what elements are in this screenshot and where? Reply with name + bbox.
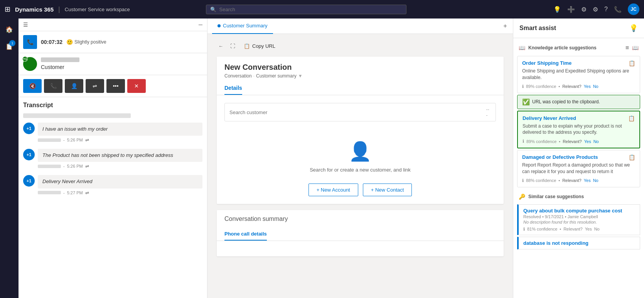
article-title-text-1[interactable]: Order Shipping Time — [522, 60, 572, 66]
article-desc-3: Report Report Report a damaged product s… — [522, 162, 635, 175]
sidebar-item-home[interactable]: 🏠 — [2, 22, 17, 37]
tab-add-button[interactable]: ＋ — [502, 22, 508, 30]
global-search-bar[interactable]: 🔍 — [206, 5, 406, 14]
new-conversation-title: New Conversation — [224, 63, 496, 72]
phone-icon[interactable]: 📞 — [614, 6, 622, 13]
more-button[interactable]: ••• — [106, 79, 125, 93]
translate-icon-2[interactable]: ⇌ — [85, 163, 89, 169]
article-card-1: Order Shipping Time 📋 Online Shipping an… — [517, 56, 640, 93]
sidebar-collapse-button[interactable]: ☰ — [23, 22, 28, 28]
info-icon-3: ℹ — [522, 178, 524, 183]
article-title-1: Order Shipping Time 📋 — [522, 60, 635, 66]
filter-icon[interactable]: ⚙ — [581, 6, 587, 13]
customer-info-row: +1 Customer — [19, 53, 207, 75]
user-avatar[interactable]: JC — [628, 3, 639, 15]
article-copy-btn-2[interactable]: 📋 — [628, 115, 635, 121]
bulb-icon[interactable]: 💡 — [629, 24, 638, 32]
relevant-yes-3[interactable]: Yes — [584, 178, 591, 183]
consult-button[interactable]: 👤 — [65, 79, 83, 93]
breadcrumb-item-1[interactable]: Conversation — [224, 73, 252, 79]
tab-phone-call-details[interactable]: Phone call details — [224, 228, 267, 241]
workspace-area: ← ⛶ 📋 Copy URL New Conversation Conversa… — [207, 34, 513, 298]
customer-search-box[interactable]: --- — [224, 103, 496, 121]
transfer-button[interactable]: ⇌ — [86, 79, 104, 93]
workspace-label: Customer Service workspace — [65, 7, 130, 12]
bullet-1: • — [558, 84, 560, 89]
case-relevant-yes-1[interactable]: Yes — [585, 227, 592, 231]
back-button[interactable]: ← — [217, 42, 225, 51]
article-title-2: Delivery Never Arrived 📋 — [523, 115, 635, 121]
smiley-icon: 🙂 — [66, 39, 73, 45]
message-time-sep-3: - — [63, 190, 65, 195]
tab-details[interactable]: Details — [224, 82, 242, 95]
info-icon-1: ℹ — [522, 84, 524, 89]
hold-button[interactable]: 📞 — [44, 79, 62, 93]
article-desc-1: Online Shipping and Expedited Shipping o… — [522, 68, 635, 81]
lightbulb-icon[interactable]: 💡 — [553, 6, 561, 13]
case-card-1: Query about bulk compute purchase cost R… — [517, 204, 640, 235]
main-content-area: Customer Summary ＋ ← ⛶ 📋 Copy URL New Co… — [207, 19, 513, 298]
person-icon: 👤 — [349, 141, 372, 162]
smart-assist-panel: Smart assist 💡 📖 Knowledge article sugge… — [513, 19, 644, 298]
translate-icon-3[interactable]: ⇌ — [85, 190, 89, 195]
copy-url-button[interactable]: 📋 Copy URL — [241, 42, 278, 51]
relevant-no-1[interactable]: No — [593, 84, 598, 89]
relevant-no-3[interactable]: No — [593, 178, 598, 183]
new-contact-button[interactable]: + New Contact — [363, 184, 412, 196]
settings-icon[interactable]: ⚙ — [593, 6, 598, 13]
conv-summary-body — [217, 241, 504, 256]
copy-url-icon: 📋 — [244, 43, 250, 49]
article-title-text-3[interactable]: Damaged or Defective Products — [522, 154, 598, 160]
mute-button[interactable]: 🔇 — [23, 79, 42, 93]
case-title-2[interactable]: database is not responding — [523, 240, 635, 246]
message-time-3: 5:27 PM — [67, 190, 83, 195]
smart-assist-header: Smart assist 💡 — [513, 19, 644, 38]
case-sep-1: • — [565, 214, 568, 219]
message-bubble-1: I have an issue with my order — [38, 123, 202, 136]
article-title-text-2[interactable]: Delivery Never Arrived — [523, 115, 576, 121]
relevant-yes-1[interactable]: Yes — [584, 84, 591, 89]
smart-assist-body: 📖 Knowledge article suggestions ≡ 📖 Orde… — [513, 38, 644, 298]
copy-url-label: Copy URL — [252, 43, 275, 49]
similar-cases-section: 🔑 Similar case suggestions Query about b… — [513, 190, 644, 249]
article-title-3: Damaged or Defective Products 📋 — [522, 154, 635, 160]
tab-customer-summary[interactable]: Customer Summary — [212, 19, 273, 34]
article-copy-btn-1[interactable]: 📋 — [629, 60, 635, 66]
new-account-button[interactable]: + New Account — [309, 184, 358, 196]
time-blur-1 — [38, 138, 61, 142]
minimize-button[interactable]: ─ — [199, 22, 202, 28]
nav-divider: | — [58, 5, 60, 13]
time-blur-3 — [38, 191, 61, 194]
case-title-1[interactable]: Query about bulk compute purchase cost — [523, 208, 635, 214]
breadcrumb-sep: · — [253, 73, 255, 79]
case-bullet-1: • — [542, 214, 545, 219]
apps-grid-icon[interactable]: ⊞ — [5, 5, 10, 13]
article-meta-2: ℹ 89% confidence • Relevant? Yes No — [523, 139, 635, 144]
end-call-button[interactable]: ✕ — [127, 79, 146, 93]
article-copy-btn-3[interactable]: 📋 — [629, 154, 635, 160]
article-confidence-3: 88% confidence — [526, 178, 556, 183]
conversation-summary-header: Conversation summary — [217, 210, 504, 228]
sentiment-label: Slightly positive — [74, 39, 106, 45]
search-icon: 🔍 — [210, 7, 216, 12]
case-desc-1: No description found for this resolution… — [523, 220, 635, 224]
breadcrumb: Conversation · Customer summary ▼ — [224, 73, 496, 79]
breadcrumb-item-2[interactable]: Customer summary — [256, 73, 297, 79]
add-icon[interactable]: ➕ — [567, 6, 575, 13]
case-relevant-no-1[interactable]: No — [594, 227, 600, 231]
bullet-3: • — [558, 178, 560, 183]
message-time-sep-1: - — [63, 138, 65, 142]
customer-search-input[interactable] — [229, 109, 486, 115]
relevant-yes-2[interactable]: Yes — [584, 139, 591, 144]
expand-button[interactable]: ⛶ — [229, 42, 237, 51]
message-row-3: +1 Delivery Never Arrived - 5:27 PM ⇌ — [23, 175, 202, 195]
translate-icon-1[interactable]: ⇌ — [85, 137, 89, 143]
copied-message: URL was copied to the clipboard. — [532, 99, 600, 104]
sidebar-item-active[interactable]: 📋 1 — [2, 39, 17, 54]
section-list-icon[interactable]: ≡ — [625, 44, 629, 51]
relevant-no-2[interactable]: No — [593, 139, 599, 144]
help-icon[interactable]: ? — [604, 6, 608, 13]
transcript-spacer — [23, 113, 131, 118]
search-input[interactable] — [219, 7, 402, 12]
section-expand-icon[interactable]: 📖 — [632, 45, 639, 51]
